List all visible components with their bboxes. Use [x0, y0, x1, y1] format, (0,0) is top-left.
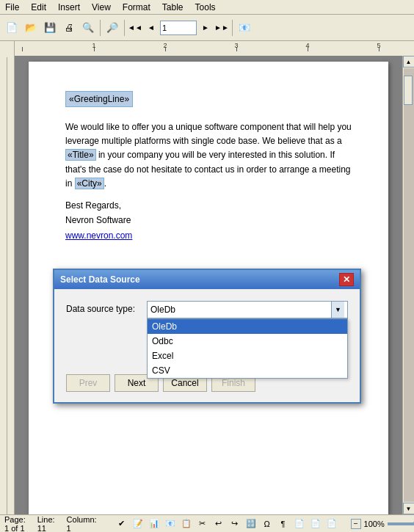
status-column: Column: 1 [67, 515, 97, 533]
scroll-down-button[interactable]: ▼ [403, 503, 415, 514]
print-button[interactable]: 🖨 [60, 19, 78, 37]
status-icon-9[interactable]: 🔡 [244, 517, 258, 531]
scroll-up-button[interactable]: ▲ [403, 56, 415, 68]
ruler-area: 1 2 3 4 5 [0, 41, 414, 56]
left-sidebar [0, 56, 15, 514]
select-value: OleDb [150, 305, 331, 315]
page-number-input[interactable] [160, 21, 197, 35]
status-icon-2[interactable]: 📝 [131, 517, 145, 531]
zoom-area: − 100% + [351, 519, 414, 529]
preview-button[interactable]: 🔍 [79, 19, 97, 37]
status-icon-13[interactable]: 📄 [308, 517, 323, 531]
zoom-out-button[interactable]: − [351, 519, 361, 529]
ruler-corner [0, 41, 15, 56]
dropdown-item-oledb[interactable]: OleDb [148, 319, 347, 334]
document-area: «GreetingLine» We would like to offer yo… [15, 56, 402, 514]
scroll-track[interactable] [404, 68, 414, 502]
statusbar: Page: 1 of 1 Line: 11 Column: 1 ✔ 📝 📊 📧 … [0, 514, 414, 532]
datasource-select[interactable]: OleDb ▼ [147, 301, 348, 318]
status-icon-4[interactable]: 📧 [163, 517, 178, 531]
sep2 [124, 20, 125, 36]
statusbar-icons: ✔ 📝 📊 📧 📋 ✂ ↩ ↪ 🔡 Ω ¶ 📄 📄 📄 [115, 517, 339, 531]
menu-file[interactable]: File [3, 1, 21, 13]
status-icon-10[interactable]: Ω [260, 517, 275, 531]
dropdown-item-odbc[interactable]: Odbc [148, 334, 347, 349]
scroll-thumb[interactable] [404, 76, 413, 105]
sep1 [100, 20, 101, 36]
menu-insert[interactable]: Insert [56, 1, 82, 13]
datasource-dropdown: OleDb Odbc Excel CSV [147, 318, 348, 379]
menu-format[interactable]: Format [120, 1, 153, 13]
nav-last-button[interactable]: ►► [214, 21, 229, 35]
datasource-label: Data source type: [66, 301, 147, 314]
status-icon-14[interactable]: 📄 [324, 517, 339, 531]
status-icon-3[interactable]: 📊 [147, 517, 161, 531]
dialog-overlay: Select Data Source ✕ Data source type: O… [15, 56, 402, 514]
status-icon-1[interactable]: ✔ [115, 517, 129, 531]
status-icon-12[interactable]: 📄 [292, 517, 307, 531]
menu-view[interactable]: View [90, 1, 113, 13]
main-area: «GreetingLine» We would like to offer yo… [0, 56, 414, 514]
status-icon-11[interactable]: ¶ [276, 517, 291, 531]
dialog-body: Data source type: OleDb ▼ OleDb Odbc Exc… [54, 289, 360, 332]
menu-edit[interactable]: Edit [29, 1, 48, 13]
nav-prev-button[interactable]: ◄ [144, 21, 159, 35]
menubar: File Edit Insert View Format Table Tools [0, 0, 414, 15]
datasource-control: OleDb ▼ OleDb Odbc Excel CSV [147, 301, 348, 318]
status-icon-8[interactable]: ↪ [228, 517, 242, 531]
sep3 [232, 20, 233, 36]
status-icon-7[interactable]: ↩ [211, 517, 226, 531]
datasource-row: Data source type: OleDb ▼ OleDb Odbc Exc… [66, 301, 348, 318]
prev-button[interactable]: Prev [66, 374, 110, 392]
select-arrow-icon[interactable]: ▼ [331, 302, 344, 318]
dialog-close-button[interactable]: ✕ [339, 273, 354, 286]
nav-first-button[interactable]: ◄◄ [128, 21, 142, 35]
open-button[interactable]: 📂 [22, 19, 40, 37]
nav-next-button[interactable]: ► [198, 21, 213, 35]
menu-table[interactable]: Table [160, 1, 186, 13]
zoom-level: 100% [364, 520, 385, 528]
status-icon-5[interactable]: 📋 [179, 517, 194, 531]
status-icon-6[interactable]: ✂ [195, 517, 210, 531]
select-datasource-dialog: Select Data Source ✕ Data source type: O… [53, 269, 361, 404]
new-button[interactable]: 📄 [3, 19, 21, 37]
mail-merge-button[interactable]: 📧 [236, 19, 253, 37]
dialog-title: Select Data Source [60, 274, 339, 285]
toolbar: 📄 📂 💾 🖨 🔍 🔎 ◄◄ ◄ ► ►► 📧 [0, 15, 414, 41]
status-line: Line: 11 [37, 515, 55, 533]
zoom-slider[interactable] [388, 522, 414, 525]
dropdown-item-csv[interactable]: CSV [148, 363, 347, 378]
right-scrollbar: ▲ ▼ [402, 56, 414, 514]
status-page: Page: 1 of 1 [4, 515, 26, 533]
zoom-in-button[interactable]: 🔎 [104, 19, 121, 37]
save-button[interactable]: 💾 [41, 19, 59, 37]
dialog-titlebar: Select Data Source ✕ [54, 270, 360, 289]
menu-tools[interactable]: Tools [193, 1, 218, 13]
dropdown-item-excel[interactable]: Excel [148, 349, 347, 363]
horizontal-ruler: 1 2 3 4 5 [15, 41, 414, 56]
